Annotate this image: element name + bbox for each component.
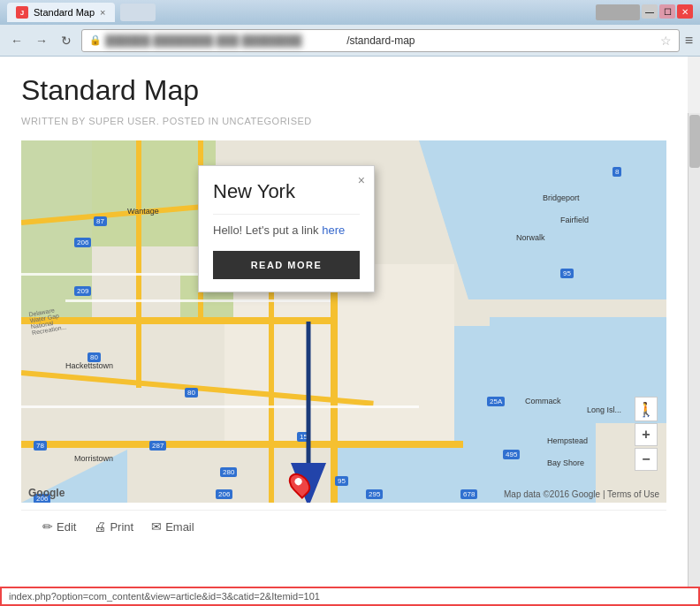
edit-link[interactable]: ✏ Edit xyxy=(42,519,76,534)
map-label-morristown: Morristown xyxy=(74,454,113,463)
page-meta: Written by Super User. Posted in Uncateg… xyxy=(21,116,666,126)
maximize-button[interactable]: ☐ xyxy=(659,4,675,19)
bookmark-icon[interactable]: ☆ xyxy=(660,34,672,48)
map-label-fairfield: Fairfield xyxy=(560,216,589,224)
page-inner: Standard Map Written by Super User. Post… xyxy=(0,57,688,551)
map-google-logo: Google xyxy=(28,487,65,499)
addressbar: ← → ↻ 🔒 ██████.████████.███ ████████ /st… xyxy=(0,25,700,57)
zoom-in-button[interactable]: + xyxy=(635,423,658,446)
back-button[interactable]: ← xyxy=(7,31,27,50)
refresh-button[interactable]: ↻ xyxy=(57,31,76,50)
user-display xyxy=(596,4,640,20)
map-hwy-v3 xyxy=(269,273,274,503)
map-sign-206b: 206 xyxy=(216,489,232,499)
map-marker[interactable] xyxy=(291,472,308,496)
popup-title: New York xyxy=(213,180,360,203)
map-terms-link[interactable]: Terms of Use xyxy=(607,489,659,499)
browser-content: Standard Map Written by Super User. Post… xyxy=(0,57,700,606)
map-sign-8: 8 xyxy=(612,167,621,177)
map-sign-78: 78 xyxy=(34,441,47,451)
map-hwy-v1 xyxy=(136,140,141,388)
map-popup: × New York Hello! Let's put a link here … xyxy=(198,165,375,292)
map-label-longisland: Long Isl... xyxy=(587,405,621,414)
map-green-1 xyxy=(74,140,216,246)
forward-button[interactable]: → xyxy=(32,31,51,50)
email-icon: ✉ xyxy=(151,519,162,534)
minimize-button[interactable]: — xyxy=(642,4,658,19)
url-domain: ██████.████████.███ ████████ xyxy=(105,34,343,47)
map-person-button[interactable]: 🚶 xyxy=(635,397,658,421)
edit-label: Edit xyxy=(57,520,76,534)
statusbar-url: index.php?option=com_content&view=articl… xyxy=(9,591,320,602)
person-icon: 🚶 xyxy=(637,401,655,418)
map-sign-495: 495 xyxy=(503,450,520,459)
map-container[interactable]: New York BROOKLYN Newark Morristown Hack… xyxy=(21,140,666,503)
email-link[interactable]: ✉ Email xyxy=(151,519,194,534)
map-sign-206: 206 xyxy=(74,238,91,247)
page-actions: ✏ Edit 🖨 Print ✉ Email xyxy=(21,510,666,542)
close-button[interactable]: ✕ xyxy=(677,4,693,19)
map-sign-209: 209 xyxy=(74,286,91,296)
popup-body: Hello! Let's put a link here xyxy=(213,223,360,237)
map-sign-95b: 95 xyxy=(560,269,574,278)
url-path: /standard-map xyxy=(346,34,415,47)
url-lock-icon: 🔒 xyxy=(89,34,102,46)
map-sign-87: 87 xyxy=(94,216,107,226)
map-road-2 xyxy=(65,299,331,302)
tab-close-button[interactable]: × xyxy=(100,7,105,18)
map-sign-287: 287 xyxy=(149,441,166,451)
map-sign-295: 295 xyxy=(366,489,383,499)
marker-dot xyxy=(293,477,303,487)
browser-menu-button[interactable]: ≡ xyxy=(685,33,693,49)
map-zoom-controls: + − xyxy=(635,423,658,471)
map-label-hackettstown: Hackettstown xyxy=(65,361,113,370)
scrollbar[interactable] xyxy=(688,113,700,606)
map-sign-678: 678 xyxy=(460,489,477,499)
map-hwy-4 xyxy=(21,441,463,448)
tab-favicon: J xyxy=(16,6,28,19)
popup-close-button[interactable]: × xyxy=(358,173,365,187)
email-label: Email xyxy=(165,520,194,534)
page-title: Standard Map xyxy=(21,74,666,107)
map-label-norwalk: Norwalk xyxy=(516,233,545,242)
map-road-3 xyxy=(21,405,419,408)
map-sign-25a: 25A xyxy=(487,397,505,406)
tab-label: Standard Map xyxy=(34,7,95,18)
new-tab-area[interactable] xyxy=(120,4,156,21)
map-label-wantage: Wantage xyxy=(127,207,159,216)
url-bar[interactable]: 🔒 ██████.████████.███ ████████ /standard… xyxy=(81,29,680,52)
map-label-bay-shore: Bay Shore xyxy=(547,458,584,467)
print-link[interactable]: 🖨 Print xyxy=(94,519,133,534)
map-sign-95: 95 xyxy=(335,476,348,486)
titlebar-left: J Standard Map × xyxy=(7,3,156,22)
scroll-thumb[interactable] xyxy=(689,115,700,168)
print-label: Print xyxy=(110,520,133,534)
print-icon: 🖨 xyxy=(94,519,106,534)
titlebar: J Standard Map × — ☐ ✕ xyxy=(0,0,700,25)
statusbar: index.php?option=com_content&view=articl… xyxy=(0,587,700,606)
map-label-hempstead: Hempstead xyxy=(547,436,588,445)
zoom-out-button[interactable]: − xyxy=(635,448,658,471)
edit-icon: ✏ xyxy=(42,519,53,534)
window-controls: — ☐ ✕ xyxy=(596,4,693,20)
map-sign-80: 80 xyxy=(88,352,101,362)
popup-divider xyxy=(213,214,360,215)
map-water-island xyxy=(498,335,640,405)
map-sign-80b: 80 xyxy=(185,388,198,398)
map-attribution: Map data ©2016 Google | Terms of Use xyxy=(504,489,659,499)
map-sign-280: 280 xyxy=(220,467,237,477)
map-label-commack: Commack xyxy=(525,397,561,405)
map-label-bridgeport: Bridgeport xyxy=(543,193,580,202)
popup-readmore-button[interactable]: READ MORE xyxy=(213,251,360,279)
page-content: Standard Map Written by Super User. Post… xyxy=(0,57,688,606)
browser-tab[interactable]: J Standard Map × xyxy=(7,3,115,22)
popup-link[interactable]: here xyxy=(322,223,345,237)
